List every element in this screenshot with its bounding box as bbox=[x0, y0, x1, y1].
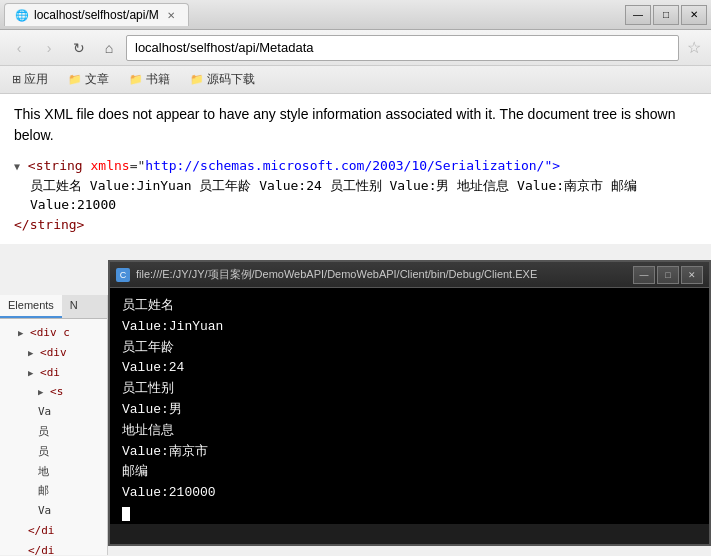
xml-attr-value: http://schemas.microsoft.com/2003/10/Ser… bbox=[145, 158, 560, 173]
devtools-maximize-button[interactable]: □ bbox=[657, 266, 679, 284]
label-7: 地址信息 bbox=[122, 423, 174, 438]
address-bar[interactable] bbox=[126, 35, 679, 61]
devtools-title-text: file:///E:/JY/JY/项目案例/DemoWebAPI/DemoWeb… bbox=[136, 267, 537, 282]
minimize-button[interactable]: — bbox=[625, 5, 651, 25]
back-button[interactable]: ‹ bbox=[6, 35, 32, 61]
el-line-7: 员 bbox=[4, 442, 103, 462]
xml-info-text: This XML file does not appear to have an… bbox=[14, 104, 697, 146]
bookmark-books-label: 书籍 bbox=[146, 71, 170, 88]
refresh-button[interactable]: ↻ bbox=[66, 35, 92, 61]
bookmark-articles-label: 文章 bbox=[85, 71, 109, 88]
elements-panel: Elements N ▶ <div c ▶ <div ▶ <di ▶ <s Va… bbox=[0, 295, 108, 555]
el-line-8: 地 bbox=[4, 462, 103, 482]
console-line-10: Value:210000 bbox=[122, 483, 697, 504]
title-bar: 🌐 localhost/selfhost/api/M ✕ — □ ✕ bbox=[0, 0, 711, 30]
bookmark-books[interactable]: 📁 书籍 bbox=[123, 69, 176, 90]
tab-icon: 🌐 bbox=[15, 9, 29, 22]
el-line-4: ▶ <s bbox=[4, 382, 103, 402]
forward-button[interactable]: › bbox=[36, 35, 62, 61]
console-line-2: Value:JinYuan bbox=[122, 317, 697, 338]
devtools-close-button[interactable]: ✕ bbox=[681, 266, 703, 284]
label-1: 员工姓名 bbox=[122, 298, 174, 313]
browser-tab[interactable]: 🌐 localhost/selfhost/api/M ✕ bbox=[4, 3, 189, 26]
console-line-6: Value:男 bbox=[122, 400, 697, 421]
xml-display: ▼ <string xmlns="http://schemas.microsof… bbox=[14, 156, 697, 234]
console-line-3: 员工年龄 bbox=[122, 338, 697, 359]
bookmark-apps-label: 应用 bbox=[24, 71, 48, 88]
tab-title: localhost/selfhost/api/M bbox=[34, 8, 159, 22]
el-line-3: ▶ <di bbox=[4, 363, 103, 383]
xml-text-content: 员工姓名 Value:JinYuan 员工年龄 Value:24 员工性别 Va… bbox=[14, 176, 697, 215]
bookmark-articles[interactable]: 📁 文章 bbox=[62, 69, 115, 90]
devtools-app-icon: C bbox=[116, 268, 130, 282]
label-3: 员工年龄 bbox=[122, 340, 174, 355]
bookmark-apps[interactable]: ⊞ 应用 bbox=[6, 69, 54, 90]
el-line-1: ▶ <div c bbox=[4, 323, 103, 343]
browser-content: This XML file does not appear to have an… bbox=[0, 94, 711, 244]
close-button[interactable]: ✕ bbox=[681, 5, 707, 25]
star-icon[interactable]: ☆ bbox=[683, 34, 705, 61]
console-line-4: Value:24 bbox=[122, 358, 697, 379]
nav-bar: ‹ › ↻ ⌂ ☆ bbox=[0, 30, 711, 66]
bookmark-source[interactable]: 📁 源码下载 bbox=[184, 69, 261, 90]
el-line-10: Va bbox=[4, 501, 103, 521]
folder-icon-3: 📁 bbox=[190, 73, 204, 86]
devtools-minimize-button[interactable]: — bbox=[633, 266, 655, 284]
devtools-title-bar: C file:///E:/JY/JY/项目案例/DemoWebAPI/DemoW… bbox=[110, 262, 709, 288]
title-bar-left: 🌐 localhost/selfhost/api/M ✕ bbox=[4, 3, 189, 26]
apps-icon: ⊞ bbox=[12, 73, 21, 86]
el-line-9: 邮 bbox=[4, 481, 103, 501]
console-line-7: 地址信息 bbox=[122, 421, 697, 442]
label-6: Value:男 bbox=[122, 402, 182, 417]
home-button[interactable]: ⌂ bbox=[96, 35, 122, 61]
triangle-collapse[interactable]: ▼ bbox=[14, 161, 20, 172]
xml-attr-name: xmlns bbox=[90, 158, 129, 173]
label-5: 员工性别 bbox=[122, 381, 174, 396]
bookmark-source-label: 源码下载 bbox=[207, 71, 255, 88]
label-4: Value:24 bbox=[122, 360, 184, 375]
tab-close-icon[interactable]: ✕ bbox=[164, 9, 178, 22]
label-10: Value:210000 bbox=[122, 485, 216, 500]
folder-icon-2: 📁 bbox=[129, 73, 143, 86]
cursor-icon bbox=[122, 507, 130, 521]
window-controls: — □ ✕ bbox=[625, 5, 707, 25]
tab-elements[interactable]: Elements bbox=[0, 295, 62, 318]
el-line-2: ▶ <div bbox=[4, 343, 103, 363]
xml-eq: =" bbox=[130, 158, 146, 173]
console-line-8: Value:南京市 bbox=[122, 442, 697, 463]
label-8: Value:南京市 bbox=[122, 444, 208, 459]
console-cursor-line bbox=[122, 504, 697, 524]
console-output: 员工姓名 Value:JinYuan 员工年龄 Value:24 员工性别 Va… bbox=[110, 288, 709, 524]
bookmarks-bar: ⊞ 应用 📁 文章 📁 书籍 📁 源码下载 bbox=[0, 66, 711, 94]
maximize-button[interactable]: □ bbox=[653, 5, 679, 25]
console-line-1: 员工姓名 bbox=[122, 296, 697, 317]
label-9: 邮编 bbox=[122, 464, 148, 479]
xml-open-tag: <string bbox=[28, 158, 91, 173]
tab-network[interactable]: N bbox=[62, 295, 86, 318]
elements-tabs-bar: Elements N bbox=[0, 295, 107, 319]
el-line-11: </di bbox=[4, 521, 103, 541]
label-2: Value:JinYuan bbox=[122, 319, 223, 334]
console-line-9: 邮编 bbox=[122, 462, 697, 483]
el-line-5: Va bbox=[4, 402, 103, 422]
el-line-6: 员 bbox=[4, 422, 103, 442]
elements-content: ▶ <div c ▶ <div ▶ <di ▶ <s Va 员 员 地 邮 Va… bbox=[0, 319, 107, 555]
xml-close-tag: </string> bbox=[14, 217, 84, 232]
el-line-12: </di bbox=[4, 541, 103, 555]
folder-icon-1: 📁 bbox=[68, 73, 82, 86]
devtools-win-controls: — □ ✕ bbox=[633, 266, 703, 284]
devtools-window: C file:///E:/JY/JY/项目案例/DemoWebAPI/DemoW… bbox=[108, 260, 711, 546]
devtools-title-left: C file:///E:/JY/JY/项目案例/DemoWebAPI/DemoW… bbox=[116, 267, 537, 282]
console-line-5: 员工性别 bbox=[122, 379, 697, 400]
